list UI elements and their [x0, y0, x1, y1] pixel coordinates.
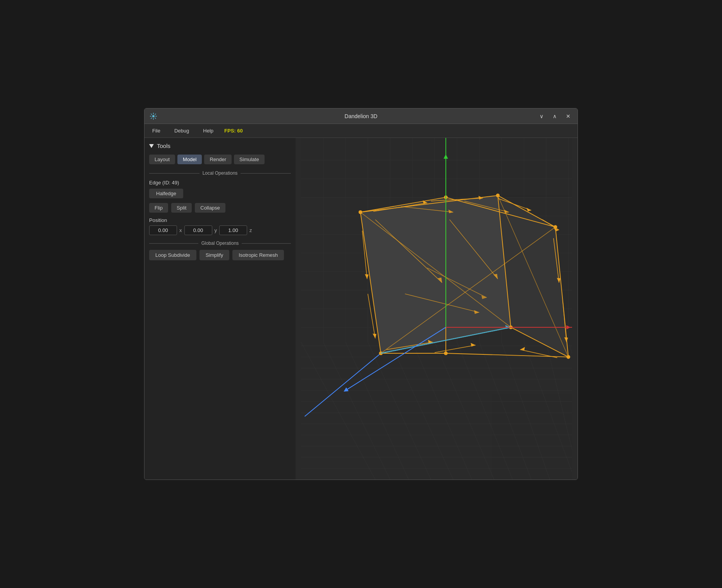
position-y-input[interactable] [184, 225, 212, 235]
simplify-button[interactable]: Simplify [199, 250, 230, 260]
split-button[interactable]: Split [171, 203, 192, 213]
vertex-4 [554, 225, 557, 229]
maximize-button[interactable]: ∧ [550, 112, 559, 121]
edge-info: Edge (ID: 49) [149, 180, 291, 186]
svg-line-7 [155, 113, 156, 115]
divider-left-g [149, 243, 198, 244]
tab-render[interactable]: Render [204, 155, 232, 164]
title-bar-left [149, 112, 158, 120]
tab-simulate[interactable]: Simulate [234, 155, 265, 164]
menu-file[interactable]: File [149, 126, 163, 135]
svg-line-8 [151, 117, 152, 119]
cube-front-face [360, 196, 511, 353]
edge-ops-row: Flip Split Collapse [149, 203, 291, 213]
x-axis-label: x [179, 227, 182, 233]
window-title: Dandelion 3D [345, 113, 378, 119]
svg-line-6 [155, 117, 156, 119]
divider-right [241, 173, 291, 174]
panel-title: Tools [157, 143, 170, 149]
tab-layout[interactable]: Layout [149, 155, 175, 164]
minimize-button[interactable]: ∨ [537, 112, 546, 121]
y-axis-label: y [215, 227, 217, 233]
title-bar-controls: ∨ ∧ ✕ [537, 112, 573, 121]
halfedge-row: Halfedge [149, 189, 291, 198]
svg-line-5 [151, 113, 152, 115]
tab-row: Layout Model Render Simulate [149, 155, 291, 164]
flip-button[interactable]: Flip [149, 203, 168, 213]
local-ops-divider: Local Operations [149, 170, 291, 176]
divider-left [149, 173, 199, 174]
z-axis-label: z [249, 227, 252, 233]
svg-point-0 [152, 115, 155, 117]
fps-display: FPS: 60 [224, 128, 243, 134]
position-x-input[interactable] [149, 225, 177, 235]
collapse-button[interactable]: Collapse [195, 203, 225, 213]
vertex-8 [567, 355, 571, 359]
dandelion-icon [149, 112, 158, 120]
menu-debug[interactable]: Debug [171, 126, 192, 135]
collapse-icon [149, 144, 154, 148]
menu-bar: File Debug Help FPS: 60 [144, 124, 578, 138]
position-row: x y z [149, 225, 291, 235]
loop-subdivide-button[interactable]: Loop Subdivide [149, 250, 196, 260]
local-ops-label: Local Operations [203, 170, 238, 176]
title-bar: Dandelion 3D ∨ ∧ ✕ [144, 108, 578, 124]
isotropic-remesh-button[interactable]: Isotropic Remesh [232, 250, 284, 260]
halfedge-button[interactable]: Halfedge [149, 189, 183, 198]
position-label: Position [149, 217, 291, 223]
position-z-input[interactable] [219, 225, 247, 235]
global-ops-label: Global Operations [201, 241, 239, 246]
main-content: Tools Layout Model Render Simulate Local… [144, 138, 578, 480]
tab-model[interactable]: Model [177, 155, 202, 164]
close-button[interactable]: ✕ [564, 112, 573, 121]
vertex-1 [359, 210, 363, 214]
app-window: Dandelion 3D ∨ ∧ ✕ File Debug Help FPS: … [144, 108, 578, 480]
viewport[interactable] [296, 138, 578, 480]
panel-header: Tools [149, 143, 291, 149]
vertex-3 [496, 194, 500, 198]
viewport-scene [296, 138, 578, 480]
tools-panel: Tools Layout Model Render Simulate Local… [144, 138, 296, 480]
divider-right-g [242, 243, 291, 244]
vertex-6 [444, 351, 448, 355]
global-ops-divider: Global Operations [149, 241, 291, 246]
global-ops-row: Loop Subdivide Simplify Isotropic Remesh [149, 250, 291, 260]
menu-help[interactable]: Help [200, 126, 217, 135]
